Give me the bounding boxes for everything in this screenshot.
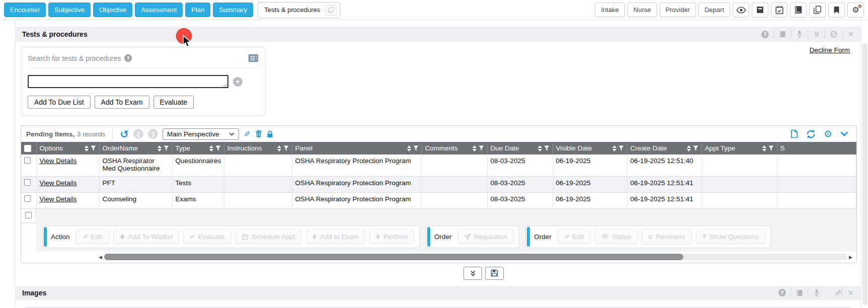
copy-pages-icon[interactable]	[809, 3, 826, 18]
add-to-waitlist-button-disabled[interactable]: ✚Add To Waitlist	[113, 229, 179, 244]
grid-settings-gear-icon[interactable]: ⚙	[824, 129, 832, 139]
resize-grip-icon[interactable]	[223, 83, 227, 87]
search-help-icon[interactable]: ?	[124, 54, 132, 62]
filter-icon[interactable]	[479, 145, 484, 151]
sort-icon[interactable]	[277, 145, 281, 151]
sort-icon[interactable]	[687, 145, 691, 151]
column-panel[interactable]: Panel	[292, 142, 422, 155]
tab-assessment[interactable]: Assessment	[135, 3, 183, 17]
filter-icon[interactable]	[215, 145, 221, 151]
tab-plan[interactable]: Plan	[185, 3, 210, 17]
new-row-checkbox[interactable]	[25, 212, 32, 218]
column-instructions[interactable]: Instructions	[224, 142, 292, 155]
scroll-right-icon[interactable]: ▶	[847, 255, 854, 260]
bookmark-icon[interactable]	[828, 3, 845, 18]
schedule-appt-button-disabled[interactable]: Schedule Appt	[235, 229, 302, 244]
filter-icon[interactable]	[413, 145, 419, 151]
filter-icon[interactable]	[618, 145, 624, 151]
column-appt-type[interactable]: Appt Type	[701, 142, 777, 155]
order-edit-button-disabled[interactable]: ✎Edit	[558, 229, 591, 244]
row-checkbox[interactable]	[24, 179, 31, 186]
select-all-checkbox[interactable]	[24, 145, 31, 152]
column-options[interactable]: Options	[36, 142, 99, 155]
column-truncated[interactable]: S	[777, 142, 856, 155]
show-questions-button-disabled[interactable]: ?Show Questions	[696, 229, 765, 244]
filter-icon[interactable]	[91, 145, 96, 151]
book-icon[interactable]	[790, 3, 807, 18]
new-document-icon[interactable]	[791, 129, 798, 138]
revisions-button-disabled[interactable]: ≡Revisions	[642, 229, 691, 245]
delete-perspective-icon[interactable]	[255, 130, 262, 138]
sort-icon[interactable]	[612, 145, 616, 151]
view-details-link[interactable]: View Details	[40, 157, 77, 165]
book-icon[interactable]	[773, 30, 791, 39]
sort-icon[interactable]	[157, 145, 162, 151]
add-to-exam-button[interactable]: Add To Exam	[95, 96, 149, 109]
reset-icon[interactable]: ↺	[120, 129, 129, 139]
edit-button-disabled[interactable]: ✎Edit	[76, 229, 109, 244]
tab-encounter[interactable]: Encounter	[4, 3, 46, 17]
nurse-button[interactable]: Nurse	[627, 3, 657, 17]
column-comments[interactable]: Comments	[422, 142, 487, 155]
expand-more-button[interactable]	[463, 267, 482, 280]
sort-icon[interactable]	[209, 145, 213, 151]
tab-objective[interactable]: Objective	[93, 3, 132, 17]
collapse-grid-chevron-icon[interactable]	[840, 131, 848, 136]
copy-tab-icon[interactable]	[325, 5, 337, 16]
filter-icon[interactable]	[544, 145, 549, 151]
list-view-icon[interactable]	[248, 54, 259, 62]
book-icon[interactable]	[791, 288, 808, 297]
edit-perspective-icon[interactable]: ✎	[244, 129, 250, 139]
column-type[interactable]: Type	[172, 142, 224, 155]
decline-form-link[interactable]: Decline Form	[810, 46, 850, 54]
provider-button[interactable]: Provider	[660, 3, 696, 17]
add-item-icon[interactable]: +	[233, 77, 243, 87]
scrollbar-thumb[interactable]	[104, 254, 683, 260]
prev-page-icon[interactable]: ❮	[133, 129, 143, 139]
microphone-icon[interactable]	[808, 288, 825, 297]
view-details-link[interactable]: View Details	[40, 179, 77, 187]
column-create-date[interactable]: Create Date	[627, 142, 701, 155]
status-button-disabled[interactable]: Status	[595, 229, 638, 244]
sort-icon[interactable]	[407, 145, 411, 151]
row-checkbox[interactable]	[24, 157, 31, 164]
disable-icon[interactable]	[825, 30, 842, 39]
row-checkbox[interactable]	[24, 195, 31, 202]
column-due-date[interactable]: Due Date	[487, 142, 553, 155]
tab-subjective[interactable]: Subjective	[48, 3, 91, 17]
add-to-due-list-button[interactable]: Add To Due List	[28, 96, 91, 109]
refresh-icon[interactable]	[806, 129, 816, 139]
calendar-check-icon[interactable]	[771, 3, 787, 18]
filter-icon[interactable]	[164, 145, 169, 151]
collapse-chevrons-icon[interactable]	[808, 30, 825, 39]
view-details-link[interactable]: View Details	[40, 195, 77, 203]
scroll-left-icon[interactable]: ◀	[97, 255, 104, 260]
tab-summary[interactable]: Summary	[213, 3, 253, 17]
perspective-select[interactable]: Main Perspective	[163, 128, 240, 140]
help-icon[interactable]: ?	[773, 288, 791, 297]
evaluate-button-disabled[interactable]: ✔Evaluate	[183, 229, 231, 244]
save-button[interactable]	[485, 267, 504, 280]
sort-icon[interactable]	[85, 145, 89, 151]
lock-icon[interactable]	[267, 130, 273, 138]
sort-icon[interactable]	[538, 145, 542, 151]
evaluate-button[interactable]: Evaluate	[153, 96, 194, 109]
next-page-icon[interactable]: ❯	[148, 129, 158, 139]
microphone-icon[interactable]	[791, 30, 808, 39]
close-icon[interactable]: ✕	[842, 288, 859, 297]
perform-button-disabled[interactable]: Perform	[369, 229, 414, 244]
close-icon[interactable]: ✕	[842, 30, 859, 39]
depart-button[interactable]: Depart	[698, 3, 730, 17]
settings-gears-icon[interactable]: ⚙⚙	[847, 3, 864, 18]
select-all-header[interactable]	[21, 142, 36, 155]
requisition-button-disabled[interactable]: Requisition	[458, 229, 514, 244]
archive-box-icon[interactable]	[752, 3, 768, 18]
filter-icon[interactable]	[768, 145, 774, 151]
add-to-exam-button-disabled[interactable]: Add to Exam	[306, 229, 365, 244]
sort-icon[interactable]	[762, 145, 766, 151]
page-scrollbar[interactable]	[862, 43, 867, 305]
eye-icon[interactable]	[733, 3, 749, 18]
scrollbar-track[interactable]	[104, 254, 847, 260]
sort-icon[interactable]	[472, 145, 477, 151]
column-visible-date[interactable]: Visible Date	[553, 142, 627, 155]
